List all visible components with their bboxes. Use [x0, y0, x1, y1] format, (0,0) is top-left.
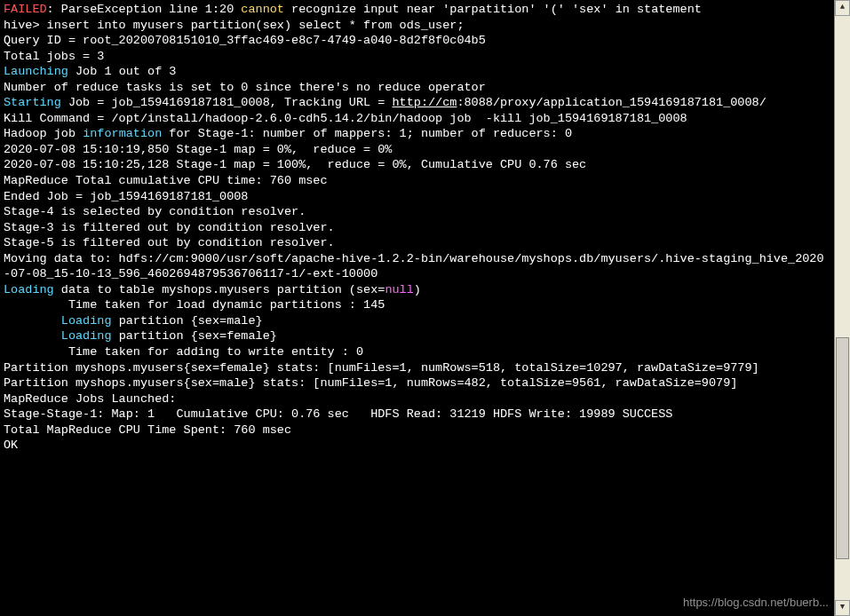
- terminal-text: FAILED: [4, 3, 47, 16]
- terminal-text: : ParseException line 1:20: [47, 3, 242, 16]
- terminal-line: Stage-4 is selected by condition resolve…: [4, 204, 828, 220]
- terminal-text: cannot: [241, 3, 284, 16]
- terminal-line: Hadoop job information for Stage-1: numb…: [4, 126, 828, 142]
- terminal-text: Total jobs = 3: [4, 50, 104, 63]
- terminal-text: ): [414, 283, 421, 296]
- terminal-text: Partition myshops.myusers{sex=female} st…: [4, 361, 759, 375]
- terminal-text: Loading: [61, 329, 112, 343]
- terminal-line: Starting Job = job_1594169187181_0008, T…: [4, 95, 828, 111]
- scroll-up-button[interactable]: ▲: [835, 0, 850, 16]
- terminal-line: OK: [4, 438, 828, 454]
- terminal-line: Loading partition {sex=male}: [4, 313, 828, 329]
- terminal-line: 2020-07-08 15:10:25,128 Stage-1 map = 10…: [4, 157, 828, 173]
- terminal-text: [4, 329, 61, 343]
- terminal-line: Loading data to table myshops.myusers pa…: [4, 282, 828, 298]
- terminal-line: 2020-07-08 15:10:19,850 Stage-1 map = 0%…: [4, 142, 828, 158]
- terminal-text: Time taken for load dynamic partitions :…: [4, 298, 385, 312]
- terminal-text: Launching: [4, 65, 68, 78]
- terminal-line: hive> insert into myusers partition(sex)…: [4, 18, 828, 34]
- terminal-text: Job = job_1594169187181_0008, Tracking U…: [61, 96, 393, 109]
- terminal-line: Total jobs = 3: [4, 49, 828, 65]
- terminal-text: MapReduce Jobs Launched:: [4, 392, 176, 406]
- terminal-text: Time taken for adding to write entity : …: [4, 345, 363, 359]
- terminal-text: Stage-Stage-1: Map: 1 Cumulative CPU: 0.…: [4, 407, 672, 421]
- terminal-line: Loading partition {sex=female}: [4, 328, 828, 344]
- terminal-text: Total MapReduce CPU Time Spent: 760 msec: [4, 423, 291, 437]
- terminal-line: Stage-3 is filtered out by condition res…: [4, 220, 828, 236]
- terminal-text: Loading: [4, 283, 54, 296]
- terminal-text: Moving data to: hdfs://cm:9000/usr/soft/…: [4, 252, 824, 281]
- terminal-line: Moving data to: hdfs://cm:9000/usr/soft/…: [4, 251, 828, 282]
- terminal-line: Kill Command = /opt/install/hadoop-2.6.0…: [4, 111, 828, 127]
- terminal-text: information: [83, 127, 162, 140]
- watermark-text: https://blog.csdn.net/buerb...: [683, 596, 829, 611]
- terminal-line: Time taken for load dynamic partitions :…: [4, 297, 828, 313]
- terminal-text: OK: [4, 438, 18, 452]
- scroll-track[interactable]: [835, 16, 850, 600]
- terminal-text: recognize input near 'parpatition' '(' '…: [284, 3, 702, 16]
- terminal-text: Ended Job = job_1594169187181_0008: [4, 190, 248, 203]
- terminal-line: MapReduce Total cumulative CPU time: 760…: [4, 173, 828, 189]
- terminal-line: Launching Job 1 out of 3: [4, 64, 828, 80]
- terminal-line: Ended Job = job_1594169187181_0008: [4, 189, 828, 205]
- terminal-text: Stage-4 is selected by condition resolve…: [4, 205, 306, 218]
- terminal-line: FAILED: ParseException line 1:20 cannot …: [4, 2, 828, 18]
- terminal-text: 2020-07-08 15:10:25,128 Stage-1 map = 10…: [4, 158, 586, 171]
- terminal-text: Starting: [4, 96, 61, 109]
- terminal-text: partition {sex=male}: [112, 314, 263, 328]
- terminal-line: Time taken for adding to write entity : …: [4, 344, 828, 360]
- terminal-text: :8088/proxy/application_1594169187181_00…: [457, 96, 766, 109]
- terminal-text: Hadoop job: [4, 127, 83, 140]
- terminal-text: Stage-5 is filtered out by condition res…: [4, 236, 335, 249]
- terminal-text: Number of reduce tasks is set to 0 since…: [4, 81, 486, 94]
- terminal-line: Partition myshops.myusers{sex=male} stat…: [4, 375, 828, 391]
- terminal-text: partition {sex=female}: [112, 329, 277, 343]
- scroll-thumb[interactable]: [836, 337, 849, 559]
- terminal-text: Query ID = root_20200708151010_3ffac469-…: [4, 34, 486, 47]
- terminal-text: null: [385, 283, 413, 296]
- terminal-line: Query ID = root_20200708151010_3ffac469-…: [4, 33, 828, 49]
- terminal-line: Stage-Stage-1: Map: 1 Cumulative CPU: 0.…: [4, 407, 828, 423]
- terminal-text: data to table myshops.myusers partition …: [54, 283, 385, 296]
- terminal-text: for Stage-1: number of mappers: 1; numbe…: [162, 127, 572, 140]
- terminal-text: Loading: [61, 314, 112, 328]
- vertical-scrollbar[interactable]: ▲ ▼: [834, 0, 850, 616]
- terminal-output[interactable]: FAILED: ParseException line 1:20 cannot …: [0, 0, 831, 455]
- terminal-text: hive> insert into myusers partition(sex)…: [4, 19, 464, 32]
- scroll-down-button[interactable]: ▼: [835, 600, 850, 616]
- terminal-text: Job 1 out of 3: [68, 65, 177, 78]
- terminal-text: MapReduce Total cumulative CPU time: 760…: [4, 174, 328, 187]
- terminal-text: Partition myshops.myusers{sex=male} stat…: [4, 376, 737, 390]
- terminal-line: Total MapReduce CPU Time Spent: 760 msec: [4, 423, 828, 438]
- terminal-text: 2020-07-08 15:10:19,850 Stage-1 map = 0%…: [4, 143, 392, 156]
- terminal-line: Stage-5 is filtered out by condition res…: [4, 235, 828, 251]
- terminal-text: http://cm: [392, 96, 457, 109]
- terminal-line: MapReduce Jobs Launched:: [4, 391, 828, 407]
- terminal-line: Partition myshops.myusers{sex=female} st…: [4, 360, 828, 376]
- terminal-line: Number of reduce tasks is set to 0 since…: [4, 80, 828, 96]
- terminal-text: Kill Command = /opt/install/hadoop-2.6.0…: [4, 112, 687, 125]
- terminal-text: Stage-3 is filtered out by condition res…: [4, 221, 335, 234]
- terminal-text: [4, 314, 61, 328]
